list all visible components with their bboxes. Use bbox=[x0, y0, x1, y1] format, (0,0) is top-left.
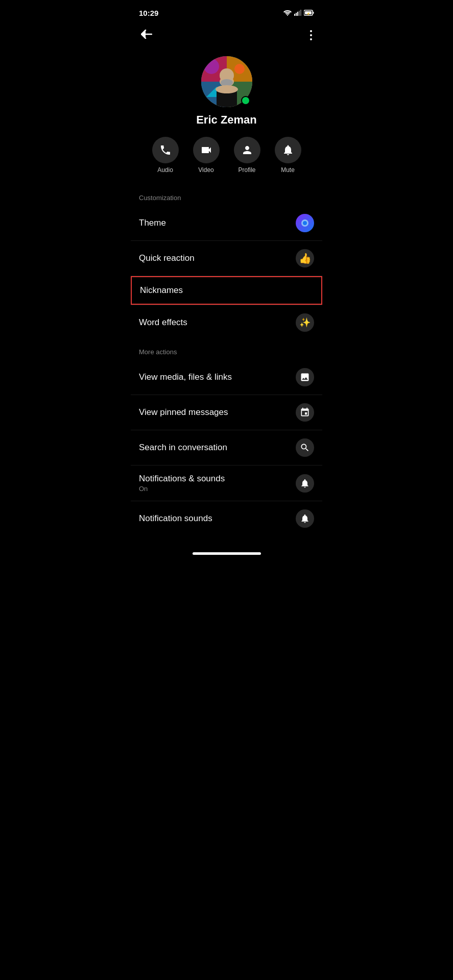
view-pinned-icon bbox=[296, 403, 314, 422]
notification-sounds-icon bbox=[296, 509, 314, 528]
notifications-left: Notifications & sounds On bbox=[139, 474, 225, 493]
svg-rect-3 bbox=[297, 12, 298, 16]
theme-icon bbox=[296, 214, 314, 232]
video-icon bbox=[200, 144, 212, 156]
wifi-icon bbox=[283, 10, 292, 16]
notifications-icon bbox=[296, 474, 314, 493]
search-label: Search in conversation bbox=[139, 443, 227, 453]
notifications-sub: On bbox=[139, 485, 225, 493]
view-media-menu-item[interactable]: View media, files & links bbox=[131, 360, 322, 395]
notifications-label: Notifications & sounds bbox=[139, 474, 225, 484]
thumbsup-emoji: 👍 bbox=[299, 252, 312, 264]
word-effects-menu-item[interactable]: Word effects ✨ bbox=[131, 305, 322, 340]
svg-rect-7 bbox=[313, 12, 314, 14]
word-effects-label: Word effects bbox=[139, 317, 187, 328]
more-options-button[interactable] bbox=[308, 28, 314, 42]
battery-icon: ⚡ bbox=[304, 10, 314, 16]
online-status-indicator bbox=[241, 96, 250, 105]
sparkle-emoji: ✨ bbox=[299, 317, 311, 328]
pin-icon bbox=[300, 407, 310, 418]
view-media-icon bbox=[296, 368, 314, 386]
notification-sounds-label: Notification sounds bbox=[139, 513, 212, 524]
svg-point-16 bbox=[204, 59, 219, 74]
phone-icon bbox=[159, 144, 172, 156]
theme-dot bbox=[301, 219, 308, 227]
notification-sounds-menu-item[interactable]: Notification sounds bbox=[131, 501, 322, 536]
svg-rect-2 bbox=[296, 13, 297, 16]
signal-icon bbox=[294, 10, 301, 16]
dot1 bbox=[310, 30, 312, 32]
notifications-menu-item[interactable]: Notifications & sounds On bbox=[131, 465, 322, 501]
quick-reaction-label: Quick reaction bbox=[139, 253, 195, 263]
nicknames-label: Nicknames bbox=[140, 285, 183, 296]
theme-label: Theme bbox=[139, 218, 166, 228]
mute-label: Mute bbox=[281, 166, 295, 174]
video-button[interactable]: Video bbox=[193, 137, 220, 174]
video-label: Video bbox=[198, 166, 213, 174]
media-icon bbox=[300, 372, 310, 382]
profile-icon-bg bbox=[234, 137, 260, 163]
top-bar bbox=[131, 22, 322, 48]
profile-section: Eric Zeman Audio Video bbox=[131, 48, 322, 186]
bell-notif-icon bbox=[300, 478, 310, 488]
mute-icon-bg bbox=[275, 137, 301, 163]
profile-label: Profile bbox=[238, 166, 255, 174]
svg-point-21 bbox=[221, 79, 233, 86]
search-icon bbox=[296, 438, 314, 457]
view-media-label: View media, files & links bbox=[139, 372, 232, 382]
theme-menu-item[interactable]: Theme bbox=[131, 206, 322, 240]
svg-rect-1 bbox=[294, 14, 295, 16]
quick-reaction-icon: 👍 bbox=[296, 249, 314, 267]
view-pinned-label: View pinned messages bbox=[139, 407, 228, 418]
svg-point-0 bbox=[287, 15, 288, 16]
status-icons: ⚡ bbox=[283, 10, 314, 16]
back-icon bbox=[141, 30, 152, 39]
audio-icon-bg bbox=[152, 137, 179, 163]
home-indicator bbox=[193, 552, 261, 555]
dot2 bbox=[310, 34, 312, 36]
profile-button[interactable]: Profile bbox=[234, 137, 260, 174]
search-svg-icon bbox=[300, 443, 310, 453]
svg-rect-4 bbox=[299, 11, 300, 16]
action-buttons: Audio Video Profile bbox=[152, 137, 301, 174]
more-actions-header: More actions bbox=[131, 340, 322, 360]
audio-button[interactable]: Audio bbox=[152, 137, 179, 174]
mute-button[interactable]: Mute bbox=[275, 137, 301, 174]
svg-text:⚡: ⚡ bbox=[306, 12, 311, 16]
search-menu-item[interactable]: Search in conversation bbox=[131, 430, 322, 465]
dot3 bbox=[310, 38, 312, 40]
bell-icon bbox=[282, 144, 294, 156]
profile-name: Eric Zeman bbox=[196, 113, 257, 127]
svg-point-17 bbox=[234, 64, 245, 74]
video-icon-bg bbox=[193, 137, 220, 163]
avatar-wrapper bbox=[201, 56, 252, 107]
word-effects-icon: ✨ bbox=[296, 313, 314, 332]
bell-sound-icon bbox=[300, 513, 310, 524]
view-pinned-menu-item[interactable]: View pinned messages bbox=[131, 395, 322, 430]
svg-rect-5 bbox=[300, 10, 301, 16]
audio-label: Audio bbox=[157, 166, 173, 174]
svg-point-23 bbox=[216, 85, 238, 93]
status-bar: 10:29 ⚡ bbox=[131, 0, 322, 22]
quick-reaction-menu-item[interactable]: Quick reaction 👍 bbox=[131, 241, 322, 276]
nicknames-menu-item[interactable]: Nicknames bbox=[131, 276, 322, 305]
back-button[interactable] bbox=[139, 27, 154, 44]
home-indicator-wrapper bbox=[131, 536, 322, 565]
customization-header: Customization bbox=[131, 186, 322, 206]
status-time: 10:29 bbox=[139, 9, 158, 17]
person-icon bbox=[241, 144, 253, 156]
